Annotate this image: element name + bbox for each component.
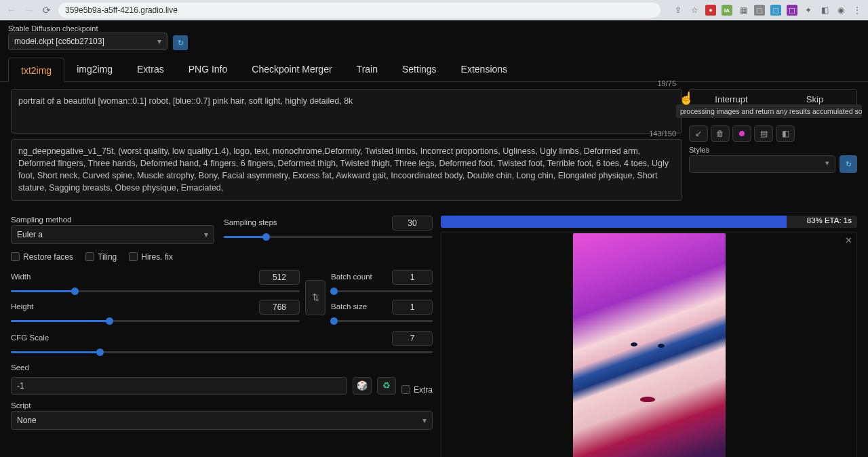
batch-size-value[interactable]: 1 [392, 300, 433, 315]
tab-checkpoint-merger[interactable]: Checkpoint Merger [239, 57, 344, 81]
share-icon[interactable]: ⇪ [673, 5, 684, 16]
script-select[interactable]: None [11, 411, 433, 430]
seed-label: Seed [11, 363, 433, 372]
tab-train[interactable]: Train [344, 57, 390, 81]
tab-txt2img[interactable]: txt2img [8, 58, 64, 82]
palette-icon-button[interactable]: ◧ [776, 125, 795, 142]
batch-size-label: Batch size [331, 302, 367, 311]
sampling-method-select[interactable]: Euler a [11, 225, 214, 244]
progress-bar: 83% ETA: 1s [441, 216, 857, 228]
cfg-scale-value[interactable]: 7 [392, 331, 433, 346]
tab-img2img[interactable]: img2img [64, 57, 125, 81]
batch-count-label: Batch count [331, 273, 372, 281]
height-label: Height [11, 302, 33, 311]
cfg-scale-slider[interactable] [11, 347, 433, 357]
height-value[interactable]: 768 [259, 300, 300, 315]
sampling-steps-slider[interactable] [224, 232, 433, 241]
browser-chrome: ← → ⟳ 359e5b9a-a5ff-4216.gradio.live ⇪ ☆… [0, 0, 868, 20]
app-body: Stable Diffusion checkpoint model.ckpt [… [0, 20, 868, 457]
tab-settings[interactable]: Settings [390, 57, 449, 81]
forward-button[interactable]: → [23, 4, 35, 16]
tab-extensions[interactable]: Extensions [449, 57, 519, 81]
seed-input[interactable]: -1 [11, 377, 347, 395]
pink-dot-icon-button[interactable] [732, 125, 751, 142]
styles-label: Styles [689, 146, 857, 154]
cfg-scale-label: CFG Scale [11, 334, 49, 342]
seed-extra-checkbox[interactable]: Extra [401, 385, 433, 395]
hires-fix-checkbox[interactable]: Hires. fix [129, 252, 173, 262]
width-value[interactable]: 512 [259, 270, 300, 285]
extension-icon[interactable]: ◻ [754, 5, 765, 16]
extension-icon[interactable]: IA [722, 5, 732, 16]
checkpoint-select[interactable]: model.ckpt [cc6cb27103] [8, 33, 167, 50]
random-seed-button[interactable]: 🎲 [353, 377, 372, 395]
prompt-input[interactable]: 19/75 portrait of a beautiful [woman::0.… [11, 89, 682, 134]
extension-icon[interactable]: ▦ [738, 5, 749, 16]
progress-text: 83% ETA: 1s [807, 216, 852, 224]
interrupt-tooltip: processing images and return any results… [676, 104, 862, 118]
extension-icon[interactable]: ◻ [787, 5, 797, 16]
profile-icon[interactable]: ◉ [835, 5, 846, 16]
card-icon-button[interactable]: ▤ [754, 125, 773, 142]
chrome-toolbar-icons: ⇪ ☆ ● IA ▦ ◻ ◻ ◻ ✦ ◧ ◉ ⋮ [673, 5, 863, 16]
batch-count-value[interactable]: 1 [392, 270, 433, 285]
reload-page-button[interactable]: ⟳ [41, 4, 53, 16]
main-tabs: txt2img img2img Extras PNG Info Checkpoi… [0, 57, 868, 82]
arrow-icon-button[interactable]: ↙ [689, 125, 708, 142]
height-slider[interactable] [11, 316, 300, 325]
reload-checkpoint-button[interactable]: ↻ [173, 35, 188, 50]
generate-interrupt-panel: Interrupt Skip processing images and ret… [689, 89, 857, 109]
sampling-steps-label: Sampling steps [224, 218, 277, 226]
width-slider[interactable] [11, 286, 300, 296]
tiling-checkbox[interactable]: Tiling [85, 252, 117, 262]
side-panel-icon[interactable]: ◧ [819, 5, 830, 16]
output-image-frame: ✕ [441, 232, 857, 458]
bookmark-star-icon[interactable]: ☆ [689, 5, 700, 16]
negative-prompt-input[interactable]: 143/150 ng_deepnegative_v1_75t, (worst q… [11, 139, 682, 201]
trash-icon-button[interactable]: 🗑 [711, 125, 730, 142]
close-preview-button[interactable]: ✕ [845, 235, 852, 245]
negative-prompt-token-counter: 143/150 [649, 129, 676, 140]
extension-icon[interactable]: ◻ [770, 5, 781, 16]
reuse-seed-button[interactable]: ♻ [377, 377, 396, 395]
script-label: Script [11, 401, 433, 410]
sampling-method-label: Sampling method [11, 216, 214, 224]
back-button[interactable]: ← [5, 4, 18, 16]
styles-select[interactable] [689, 155, 835, 173]
apply-style-button[interactable]: ↻ [840, 155, 857, 173]
width-label: Width [11, 273, 31, 281]
tab-extras[interactable]: Extras [125, 57, 176, 81]
menu-dots-icon[interactable]: ⋮ [852, 5, 863, 16]
batch-count-slider[interactable] [331, 286, 433, 296]
tab-pnginfo[interactable]: PNG Info [176, 57, 240, 81]
checkpoint-label: Stable Diffusion checkpoint [8, 24, 167, 33]
extension-icon[interactable]: ● [705, 5, 716, 16]
prompt-token-counter: 19/75 [657, 79, 676, 90]
url-bar[interactable]: 359e5b9a-a5ff-4216.gradio.live [58, 3, 660, 18]
sampling-steps-value[interactable]: 30 [392, 216, 433, 231]
output-preview-image[interactable] [573, 233, 726, 458]
extensions-puzzle-icon[interactable]: ✦ [803, 5, 814, 16]
swap-dimensions-button[interactable]: ⇅ [305, 280, 326, 315]
restore-faces-checkbox[interactable]: Restore faces [11, 252, 73, 262]
batch-size-slider[interactable] [331, 316, 433, 325]
